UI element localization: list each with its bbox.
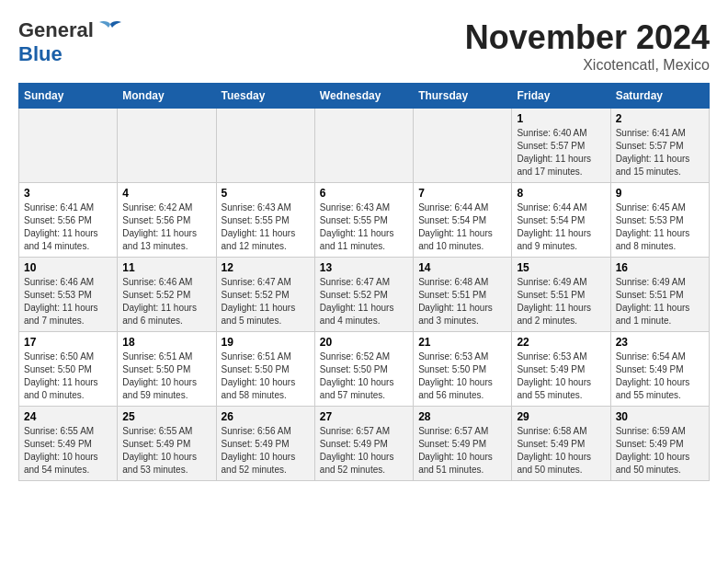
calendar-cell: 4Sunrise: 6:42 AM Sunset: 5:56 PM Daylig…	[118, 183, 216, 258]
day-info: Sunrise: 6:40 AM Sunset: 5:57 PM Dayligh…	[517, 127, 605, 178]
header-day-saturday: Saturday	[610, 84, 709, 109]
week-row-4: 17Sunrise: 6:50 AM Sunset: 5:50 PM Dayli…	[19, 332, 710, 407]
day-number: 28	[418, 410, 506, 423]
day-info: Sunrise: 6:57 AM Sunset: 5:49 PM Dayligh…	[320, 425, 408, 477]
calendar-table: SundayMondayTuesdayWednesdayThursdayFrid…	[18, 83, 710, 481]
calendar-cell: 2Sunrise: 6:41 AM Sunset: 5:57 PM Daylig…	[610, 109, 709, 183]
day-number: 10	[24, 261, 112, 274]
day-info: Sunrise: 6:56 AM Sunset: 5:49 PM Dayligh…	[222, 425, 310, 477]
calendar-cell: 6Sunrise: 6:43 AM Sunset: 5:55 PM Daylig…	[314, 183, 413, 258]
calendar-cell: 12Sunrise: 6:47 AM Sunset: 5:52 PM Dayli…	[216, 258, 314, 332]
day-info: Sunrise: 6:48 AM Sunset: 5:51 PM Dayligh…	[418, 276, 506, 327]
day-number: 14	[418, 261, 506, 274]
day-number: 8	[517, 187, 605, 200]
day-info: Sunrise: 6:55 AM Sunset: 5:49 PM Dayligh…	[24, 425, 112, 477]
header-day-thursday: Thursday	[414, 84, 512, 109]
day-number: 12	[222, 261, 310, 274]
day-number: 15	[517, 261, 605, 274]
day-number: 25	[122, 410, 210, 423]
logo-general-text: General	[18, 18, 94, 42]
calendar-cell: 11Sunrise: 6:46 AM Sunset: 5:52 PM Dayli…	[118, 258, 216, 332]
calendar-body: 1Sunrise: 6:40 AM Sunset: 5:57 PM Daylig…	[19, 109, 710, 481]
week-row-3: 10Sunrise: 6:46 AM Sunset: 5:53 PM Dayli…	[19, 258, 710, 332]
day-number: 16	[616, 261, 704, 274]
day-number: 22	[517, 336, 605, 349]
calendar-cell: 22Sunrise: 6:53 AM Sunset: 5:49 PM Dayli…	[512, 332, 610, 407]
calendar-cell: 1Sunrise: 6:40 AM Sunset: 5:57 PM Daylig…	[512, 109, 610, 183]
day-info: Sunrise: 6:45 AM Sunset: 5:53 PM Dayligh…	[616, 201, 704, 253]
day-number: 7	[418, 187, 506, 200]
day-info: Sunrise: 6:44 AM Sunset: 5:54 PM Dayligh…	[418, 201, 506, 253]
day-number: 20	[320, 336, 408, 349]
day-info: Sunrise: 6:50 AM Sunset: 5:50 PM Dayligh…	[24, 350, 112, 402]
day-number: 18	[122, 336, 210, 349]
day-info: Sunrise: 6:47 AM Sunset: 5:52 PM Dayligh…	[320, 276, 408, 327]
calendar-cell: 29Sunrise: 6:58 AM Sunset: 5:49 PM Dayli…	[512, 407, 610, 481]
calendar-cell: 7Sunrise: 6:44 AM Sunset: 5:54 PM Daylig…	[414, 183, 512, 258]
week-row-1: 1Sunrise: 6:40 AM Sunset: 5:57 PM Daylig…	[19, 109, 710, 183]
page-header: General Blue November 2024 Xicotencatl, …	[18, 18, 710, 74]
day-number: 6	[320, 187, 408, 200]
day-number: 2	[616, 112, 704, 125]
calendar-cell: 26Sunrise: 6:56 AM Sunset: 5:49 PM Dayli…	[216, 407, 314, 481]
calendar-cell: 28Sunrise: 6:57 AM Sunset: 5:49 PM Dayli…	[414, 407, 512, 481]
calendar-cell: 5Sunrise: 6:43 AM Sunset: 5:55 PM Daylig…	[216, 183, 314, 258]
calendar-cell: 9Sunrise: 6:45 AM Sunset: 5:53 PM Daylig…	[610, 183, 709, 258]
calendar-cell	[314, 109, 413, 183]
day-info: Sunrise: 6:51 AM Sunset: 5:50 PM Dayligh…	[122, 350, 210, 402]
day-info: Sunrise: 6:51 AM Sunset: 5:50 PM Dayligh…	[222, 350, 310, 402]
header-day-wednesday: Wednesday	[314, 84, 413, 109]
day-info: Sunrise: 6:53 AM Sunset: 5:49 PM Dayligh…	[517, 350, 605, 402]
header-day-monday: Monday	[118, 84, 216, 109]
calendar-cell: 10Sunrise: 6:46 AM Sunset: 5:53 PM Dayli…	[19, 258, 118, 332]
day-number: 17	[24, 336, 112, 349]
day-info: Sunrise: 6:47 AM Sunset: 5:52 PM Dayligh…	[222, 276, 310, 327]
day-number: 26	[222, 410, 310, 423]
logo-blue-text: Blue	[18, 42, 63, 65]
calendar-cell	[216, 109, 314, 183]
day-info: Sunrise: 6:46 AM Sunset: 5:52 PM Dayligh…	[122, 276, 210, 327]
day-info: Sunrise: 6:49 AM Sunset: 5:51 PM Dayligh…	[616, 276, 704, 327]
calendar-cell: 13Sunrise: 6:47 AM Sunset: 5:52 PM Dayli…	[314, 258, 413, 332]
header-day-tuesday: Tuesday	[216, 84, 314, 109]
calendar-cell: 19Sunrise: 6:51 AM Sunset: 5:50 PM Dayli…	[216, 332, 314, 407]
day-number: 30	[616, 410, 704, 423]
page-title: November 2024	[465, 18, 710, 57]
day-info: Sunrise: 6:43 AM Sunset: 5:55 PM Dayligh…	[320, 201, 408, 253]
calendar-cell: 25Sunrise: 6:55 AM Sunset: 5:49 PM Dayli…	[118, 407, 216, 481]
day-info: Sunrise: 6:42 AM Sunset: 5:56 PM Dayligh…	[122, 201, 210, 253]
calendar-cell: 3Sunrise: 6:41 AM Sunset: 5:56 PM Daylig…	[19, 183, 118, 258]
day-number: 27	[320, 410, 408, 423]
day-info: Sunrise: 6:44 AM Sunset: 5:54 PM Dayligh…	[517, 201, 605, 253]
calendar-cell: 23Sunrise: 6:54 AM Sunset: 5:49 PM Dayli…	[610, 332, 709, 407]
calendar-cell: 20Sunrise: 6:52 AM Sunset: 5:50 PM Dayli…	[314, 332, 413, 407]
day-number: 11	[122, 261, 210, 274]
calendar-cell	[118, 109, 216, 183]
day-number: 23	[616, 336, 704, 349]
day-number: 24	[24, 410, 112, 423]
logo-bird-icon	[97, 20, 123, 40]
day-info: Sunrise: 6:41 AM Sunset: 5:57 PM Dayligh…	[616, 127, 704, 178]
day-number: 5	[222, 187, 310, 200]
day-number: 4	[122, 187, 210, 200]
calendar-cell: 14Sunrise: 6:48 AM Sunset: 5:51 PM Dayli…	[414, 258, 512, 332]
day-number: 19	[222, 336, 310, 349]
calendar-cell: 17Sunrise: 6:50 AM Sunset: 5:50 PM Dayli…	[19, 332, 118, 407]
calendar-header: SundayMondayTuesdayWednesdayThursdayFrid…	[19, 84, 710, 109]
day-info: Sunrise: 6:41 AM Sunset: 5:56 PM Dayligh…	[24, 201, 112, 253]
title-block: November 2024 Xicotencatl, Mexico	[465, 18, 710, 74]
day-info: Sunrise: 6:53 AM Sunset: 5:50 PM Dayligh…	[418, 350, 506, 402]
calendar-cell: 30Sunrise: 6:59 AM Sunset: 5:49 PM Dayli…	[610, 407, 709, 481]
day-number: 3	[24, 187, 112, 200]
calendar-cell	[19, 109, 118, 183]
day-number: 21	[418, 336, 506, 349]
day-info: Sunrise: 6:59 AM Sunset: 5:49 PM Dayligh…	[616, 425, 704, 477]
day-number: 13	[320, 261, 408, 274]
week-row-2: 3Sunrise: 6:41 AM Sunset: 5:56 PM Daylig…	[19, 183, 710, 258]
header-day-sunday: Sunday	[19, 84, 118, 109]
calendar-cell: 15Sunrise: 6:49 AM Sunset: 5:51 PM Dayli…	[512, 258, 610, 332]
calendar-cell: 24Sunrise: 6:55 AM Sunset: 5:49 PM Dayli…	[19, 407, 118, 481]
calendar-cell: 18Sunrise: 6:51 AM Sunset: 5:50 PM Dayli…	[118, 332, 216, 407]
day-info: Sunrise: 6:55 AM Sunset: 5:49 PM Dayligh…	[122, 425, 210, 477]
calendar-cell	[414, 109, 512, 183]
